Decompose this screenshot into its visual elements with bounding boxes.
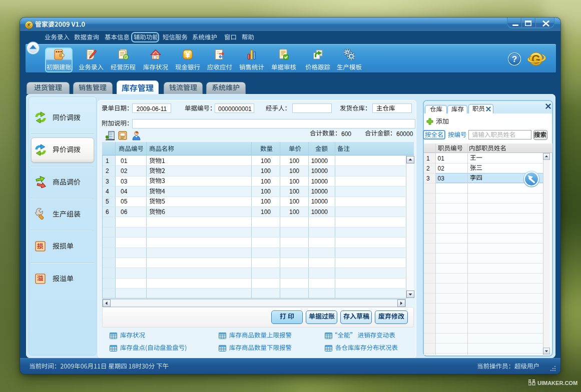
svg-text:?: ?: [512, 54, 517, 64]
svg-text:G: G: [531, 53, 540, 66]
